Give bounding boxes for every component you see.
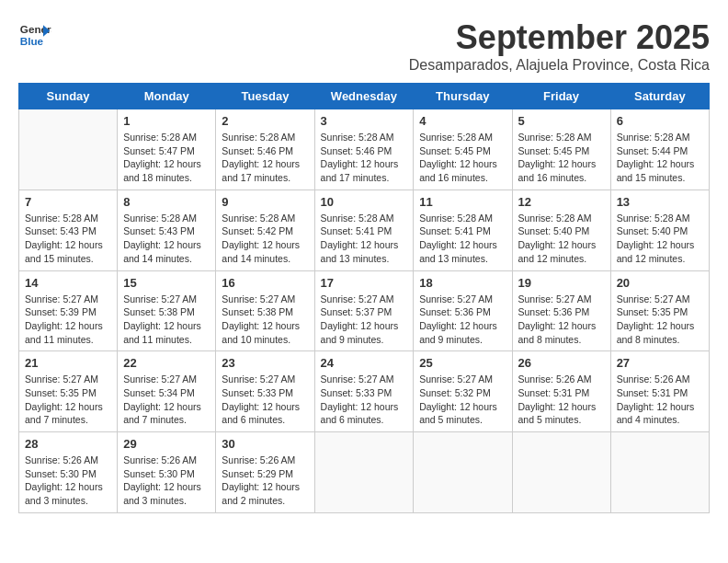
calendar-table: SundayMondayTuesdayWednesdayThursdayFrid… xyxy=(18,83,710,513)
calendar-cell: 19Sunrise: 5:27 AM Sunset: 5:36 PM Dayli… xyxy=(512,270,610,351)
location: Desamparados, Alajuela Province, Costa R… xyxy=(409,57,710,74)
day-number: 10 xyxy=(321,195,408,209)
calendar-cell: 21Sunrise: 5:27 AM Sunset: 5:35 PM Dayli… xyxy=(19,351,118,432)
day-number: 6 xyxy=(617,114,703,128)
calendar-cell: 26Sunrise: 5:26 AM Sunset: 5:31 PM Dayli… xyxy=(512,351,610,432)
day-number: 29 xyxy=(123,437,210,451)
calendar-cell: 15Sunrise: 5:27 AM Sunset: 5:38 PM Dayli… xyxy=(118,270,216,351)
calendar-cell: 16Sunrise: 5:27 AM Sunset: 5:38 PM Dayli… xyxy=(216,270,314,351)
day-info: Sunrise: 5:27 AM Sunset: 5:38 PM Dayligh… xyxy=(222,293,308,347)
day-info: Sunrise: 5:28 AM Sunset: 5:44 PM Dayligh… xyxy=(617,131,703,185)
calendar-cell: 20Sunrise: 5:27 AM Sunset: 5:35 PM Dayli… xyxy=(610,270,709,351)
month-title: September 2025 xyxy=(409,18,710,57)
calendar-cell xyxy=(314,432,414,513)
calendar-week-3: 14Sunrise: 5:27 AM Sunset: 5:39 PM Dayli… xyxy=(19,270,710,351)
day-number: 18 xyxy=(419,276,506,290)
day-info: Sunrise: 5:27 AM Sunset: 5:34 PM Dayligh… xyxy=(123,373,210,427)
day-number: 20 xyxy=(617,276,703,290)
day-info: Sunrise: 5:28 AM Sunset: 5:43 PM Dayligh… xyxy=(123,212,210,266)
day-number: 9 xyxy=(222,195,308,209)
day-number: 2 xyxy=(222,114,308,128)
calendar-cell: 1Sunrise: 5:28 AM Sunset: 5:47 PM Daylig… xyxy=(118,109,216,190)
day-info: Sunrise: 5:27 AM Sunset: 5:35 PM Dayligh… xyxy=(25,373,111,427)
day-info: Sunrise: 5:26 AM Sunset: 5:31 PM Dayligh… xyxy=(617,373,703,427)
calendar-cell: 4Sunrise: 5:28 AM Sunset: 5:45 PM Daylig… xyxy=(414,109,512,190)
day-number: 16 xyxy=(222,276,308,290)
day-number: 23 xyxy=(222,356,308,370)
day-number: 26 xyxy=(518,356,605,370)
day-number: 7 xyxy=(25,195,111,209)
day-number: 27 xyxy=(617,356,703,370)
day-info: Sunrise: 5:26 AM Sunset: 5:30 PM Dayligh… xyxy=(25,454,111,508)
day-number: 30 xyxy=(222,437,308,451)
day-number: 11 xyxy=(419,195,506,209)
day-number: 25 xyxy=(419,356,506,370)
column-header-friday: Friday xyxy=(512,84,610,109)
day-info: Sunrise: 5:28 AM Sunset: 5:40 PM Dayligh… xyxy=(617,212,703,266)
calendar-cell xyxy=(512,432,610,513)
column-header-saturday: Saturday xyxy=(610,84,709,109)
calendar-cell: 18Sunrise: 5:27 AM Sunset: 5:36 PM Dayli… xyxy=(414,270,512,351)
day-info: Sunrise: 5:27 AM Sunset: 5:32 PM Dayligh… xyxy=(419,373,506,427)
column-header-tuesday: Tuesday xyxy=(216,84,314,109)
day-info: Sunrise: 5:27 AM Sunset: 5:37 PM Dayligh… xyxy=(321,293,408,347)
column-header-monday: Monday xyxy=(118,84,216,109)
day-info: Sunrise: 5:28 AM Sunset: 5:41 PM Dayligh… xyxy=(419,212,506,266)
day-number: 8 xyxy=(123,195,210,209)
calendar-cell: 23Sunrise: 5:27 AM Sunset: 5:33 PM Dayli… xyxy=(216,351,314,432)
day-info: Sunrise: 5:27 AM Sunset: 5:39 PM Dayligh… xyxy=(25,293,111,347)
calendar-cell xyxy=(414,432,512,513)
calendar-cell: 12Sunrise: 5:28 AM Sunset: 5:40 PM Dayli… xyxy=(512,190,610,270)
logo-icon: General Blue xyxy=(18,18,51,52)
calendar-cell: 29Sunrise: 5:26 AM Sunset: 5:30 PM Dayli… xyxy=(118,432,216,513)
calendar-cell: 27Sunrise: 5:26 AM Sunset: 5:31 PM Dayli… xyxy=(610,351,709,432)
calendar-cell: 14Sunrise: 5:27 AM Sunset: 5:39 PM Dayli… xyxy=(19,270,118,351)
day-info: Sunrise: 5:28 AM Sunset: 5:46 PM Dayligh… xyxy=(321,131,408,185)
day-info: Sunrise: 5:27 AM Sunset: 5:36 PM Dayligh… xyxy=(419,293,506,347)
day-number: 15 xyxy=(123,276,210,290)
day-number: 13 xyxy=(617,195,703,209)
day-info: Sunrise: 5:28 AM Sunset: 5:43 PM Dayligh… xyxy=(25,212,111,266)
calendar-cell xyxy=(19,109,118,190)
calendar-cell: 11Sunrise: 5:28 AM Sunset: 5:41 PM Dayli… xyxy=(414,190,512,270)
day-info: Sunrise: 5:27 AM Sunset: 5:33 PM Dayligh… xyxy=(222,373,308,427)
svg-text:Blue: Blue xyxy=(20,35,44,47)
calendar-cell: 24Sunrise: 5:27 AM Sunset: 5:33 PM Dayli… xyxy=(314,351,414,432)
calendar-cell: 28Sunrise: 5:26 AM Sunset: 5:30 PM Dayli… xyxy=(19,432,118,513)
day-info: Sunrise: 5:27 AM Sunset: 5:36 PM Dayligh… xyxy=(518,293,605,347)
logo: General Blue xyxy=(18,18,51,52)
day-number: 21 xyxy=(25,356,111,370)
day-info: Sunrise: 5:26 AM Sunset: 5:29 PM Dayligh… xyxy=(222,454,308,508)
calendar-header-row: SundayMondayTuesdayWednesdayThursdayFrid… xyxy=(19,84,710,109)
column-header-sunday: Sunday xyxy=(19,84,118,109)
day-number: 4 xyxy=(419,114,506,128)
day-info: Sunrise: 5:26 AM Sunset: 5:31 PM Dayligh… xyxy=(518,373,605,427)
day-info: Sunrise: 5:28 AM Sunset: 5:42 PM Dayligh… xyxy=(222,212,308,266)
day-number: 22 xyxy=(123,356,210,370)
calendar-cell: 2Sunrise: 5:28 AM Sunset: 5:46 PM Daylig… xyxy=(216,109,314,190)
day-number: 12 xyxy=(518,195,605,209)
day-info: Sunrise: 5:28 AM Sunset: 5:45 PM Dayligh… xyxy=(419,131,506,185)
column-header-wednesday: Wednesday xyxy=(314,84,414,109)
calendar-cell xyxy=(610,432,709,513)
calendar-cell: 10Sunrise: 5:28 AM Sunset: 5:41 PM Dayli… xyxy=(314,190,414,270)
day-info: Sunrise: 5:28 AM Sunset: 5:41 PM Dayligh… xyxy=(321,212,408,266)
column-header-thursday: Thursday xyxy=(414,84,512,109)
calendar-cell: 8Sunrise: 5:28 AM Sunset: 5:43 PM Daylig… xyxy=(118,190,216,270)
calendar-cell: 13Sunrise: 5:28 AM Sunset: 5:40 PM Dayli… xyxy=(610,190,709,270)
calendar-cell: 5Sunrise: 5:28 AM Sunset: 5:45 PM Daylig… xyxy=(512,109,610,190)
calendar-week-5: 28Sunrise: 5:26 AM Sunset: 5:30 PM Dayli… xyxy=(19,432,710,513)
calendar-cell: 7Sunrise: 5:28 AM Sunset: 5:43 PM Daylig… xyxy=(19,190,118,270)
day-info: Sunrise: 5:27 AM Sunset: 5:33 PM Dayligh… xyxy=(321,373,408,427)
calendar-cell: 30Sunrise: 5:26 AM Sunset: 5:29 PM Dayli… xyxy=(216,432,314,513)
day-info: Sunrise: 5:27 AM Sunset: 5:35 PM Dayligh… xyxy=(617,293,703,347)
day-info: Sunrise: 5:27 AM Sunset: 5:38 PM Dayligh… xyxy=(123,293,210,347)
day-number: 14 xyxy=(25,276,111,290)
calendar-cell: 22Sunrise: 5:27 AM Sunset: 5:34 PM Dayli… xyxy=(118,351,216,432)
day-number: 24 xyxy=(321,356,408,370)
calendar-week-1: 1Sunrise: 5:28 AM Sunset: 5:47 PM Daylig… xyxy=(19,109,710,190)
calendar-cell: 17Sunrise: 5:27 AM Sunset: 5:37 PM Dayli… xyxy=(314,270,414,351)
day-number: 5 xyxy=(518,114,605,128)
day-info: Sunrise: 5:28 AM Sunset: 5:47 PM Dayligh… xyxy=(123,131,210,185)
calendar-cell: 25Sunrise: 5:27 AM Sunset: 5:32 PM Dayli… xyxy=(414,351,512,432)
